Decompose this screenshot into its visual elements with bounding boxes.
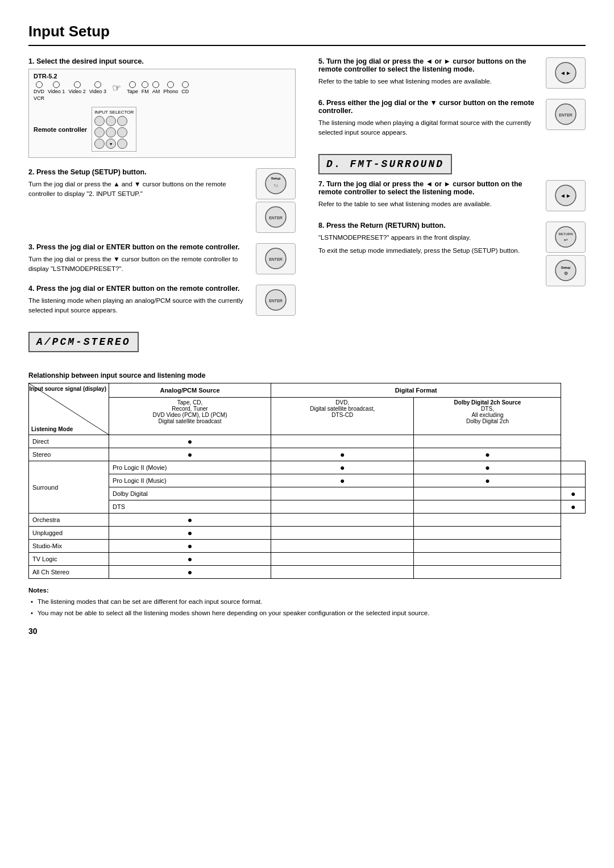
- dts-analog: [271, 500, 414, 514]
- page-title: Input Setup: [28, 23, 586, 46]
- table-row: All Ch Stereo: [29, 566, 586, 579]
- step-6-text: 6. Press either the jog dial or the ▼ cu…: [318, 99, 541, 138]
- svg-point-18: [555, 260, 576, 281]
- return-svg: RETURN ↩: [549, 224, 583, 250]
- remote-controller-img: INPUT SELECTOR ▼: [92, 107, 136, 152]
- enter-button-img-6: ENTER: [546, 99, 586, 130]
- notes-item-1: The listening modes that can be set are …: [28, 597, 586, 606]
- table-row: Orchestra: [29, 514, 586, 527]
- step-3: 3. Press the jog dial or ENTER button on…: [28, 243, 296, 274]
- lcd-display-2: D. FMT-SURROUND: [318, 154, 452, 174]
- step-5: 5. Turn the jog dial or press the ◄ or ►…: [318, 57, 586, 89]
- remote-btn-8: ▼: [106, 139, 116, 149]
- step-2-content: 2. Press the Setup (SETUP) button. Turn …: [28, 168, 296, 233]
- dot-icon: [188, 530, 192, 537]
- mode-all-ch-stereo: All Ch Stereo: [29, 566, 109, 579]
- dot-icon: [485, 478, 489, 485]
- stereo-dts: [414, 448, 561, 461]
- enter-button-img-3: ENTER: [256, 243, 296, 274]
- tvlogic-digital: [271, 553, 414, 566]
- header-row-2: Tape, CD,Record, TunerDVD Video (PCM), L…: [29, 397, 586, 435]
- step-3-heading: 3. Press the jog dial or ENTER button on…: [28, 243, 251, 251]
- pro2movie-digital: [414, 461, 561, 474]
- svg-text:Setup: Setup: [561, 266, 571, 269]
- table-row: Unplugged: [29, 527, 586, 540]
- dot-icon: [188, 439, 192, 445]
- lcd-display-1: A/PCM-STEREO: [28, 332, 139, 352]
- enter-svg-3: ENTER: [259, 246, 293, 272]
- remote-btn-4: [94, 127, 105, 137]
- stereo-digital: [271, 448, 414, 461]
- input-fm: FM: [142, 81, 149, 94]
- step-8-images: RETURN ↩ Setup ⚙: [546, 222, 586, 286]
- vcr-label: VCR: [34, 95, 291, 101]
- allchstereo-analog: [109, 566, 271, 579]
- setup-button-img-8: Setup ⚙: [546, 255, 586, 286]
- mode-orchestra: Orchestra: [29, 514, 109, 527]
- remote-section: Remote controller INPUT SELECTOR ▼: [34, 105, 291, 154]
- table-row: Stereo: [29, 448, 586, 461]
- remote-button-grid: ▼: [94, 116, 134, 149]
- mode-stereo: Stereo: [29, 448, 109, 461]
- remote-btn-3: [117, 116, 127, 126]
- pro2music-analog: [271, 474, 414, 487]
- svg-text:Setup: Setup: [271, 177, 281, 180]
- pro2movie-analog: [271, 461, 414, 474]
- enter-svg-6: ENTER: [549, 102, 583, 127]
- dolby-analog: [271, 487, 414, 500]
- input-video2: Video 2: [68, 81, 85, 94]
- orchestra-dts: [414, 514, 561, 527]
- table-row: Studio-Mix: [29, 540, 586, 553]
- dot-icon: [188, 543, 192, 550]
- input-am: AM: [152, 81, 160, 94]
- dtr-inputs: DVD Video 1 Video 2 Video 3: [34, 81, 291, 94]
- allchstereo-digital: [271, 566, 414, 579]
- step-4-body: The listening mode when playing an analo…: [28, 296, 251, 316]
- step-2-text: 2. Press the Setup (SETUP) button. Turn …: [28, 168, 251, 199]
- step-7-heading: 7. Turn the jog dial or press the ◄ or ►…: [318, 180, 541, 196]
- step-3-content: 3. Press the jog dial or ENTER button on…: [28, 243, 296, 274]
- studiomix-digital: [271, 540, 414, 553]
- right-column: 5. Turn the jog dial or press the ◄ or ►…: [318, 57, 586, 358]
- input-video3: Video 3: [89, 81, 106, 94]
- table-row: TV Logic: [29, 553, 586, 566]
- diagonal-header-cell: Input source signal (display) Listening …: [29, 383, 109, 435]
- input-cd: CD: [181, 81, 189, 94]
- step-3-text: 3. Press the jog dial or ENTER button on…: [28, 243, 251, 274]
- dot-icon: [188, 569, 192, 576]
- orchestra-digital: [271, 514, 414, 527]
- relationship-title: Relationship between input source and li…: [28, 372, 586, 379]
- remote-btn-5: [106, 127, 116, 137]
- header-row-1: Input source signal (display) Listening …: [29, 383, 586, 398]
- table-row: Dolby Digital: [29, 487, 586, 500]
- step-1: 1. Select the desired input source. DTR-…: [28, 57, 296, 158]
- dot-icon: [571, 491, 575, 498]
- dot-icon: [188, 452, 192, 458]
- dolby-digital-label: Dolby Digital 2ch Source: [417, 399, 557, 406]
- lr-svg-7: ◄►: [549, 183, 583, 208]
- surround-pro2-music: Pro Logic II (Music): [109, 474, 271, 487]
- setup-svg-8: Setup ⚙: [549, 258, 583, 283]
- unplugged-analog: [109, 527, 271, 540]
- dot-icon: [188, 517, 192, 524]
- lr-svg-5: ◄►: [549, 60, 583, 86]
- remote-btn-6: [117, 127, 127, 137]
- dolby-digital-col: [414, 487, 561, 500]
- step-8-body2: To exit the setup mode immediately, pres…: [318, 246, 541, 256]
- input-tape: Tape: [127, 81, 138, 94]
- step-1-heading: 1. Select the desired input source.: [28, 57, 296, 65]
- remote-btn-1: [94, 116, 105, 126]
- jog-dial-img-5: ◄►: [546, 57, 586, 89]
- surround-pro2-movie: Pro Logic II (Movie): [109, 461, 271, 474]
- dot-icon: [340, 478, 345, 485]
- diagonal-header: Input source signal (display) Listening …: [29, 383, 109, 435]
- table-body: Direct Stereo Surround Pro Logic II (Mov…: [29, 435, 586, 579]
- digital-format-header: Digital Format: [271, 383, 561, 398]
- orchestra-analog: [109, 514, 271, 527]
- return-button-img: RETURN ↩: [546, 222, 586, 253]
- remote-label: Remote controller: [34, 126, 87, 133]
- step-6-content: 6. Press either the jog dial or the ▼ cu…: [318, 99, 586, 138]
- mode-unplugged: Unplugged: [29, 527, 109, 540]
- step-8: 8. Press the Return (RETURN) button. "LS…: [318, 222, 586, 286]
- step-5-heading: 5. Turn the jog dial or press the ◄ or ►…: [318, 57, 541, 73]
